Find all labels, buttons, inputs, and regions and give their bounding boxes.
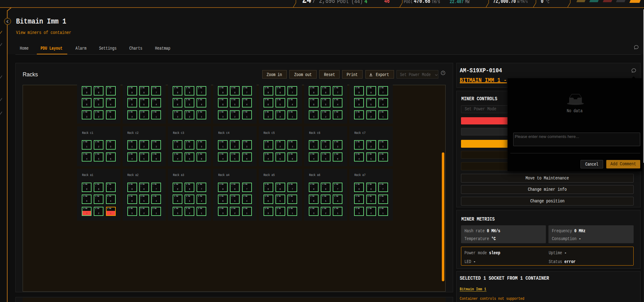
- svg-text:?: ?: [442, 72, 444, 75]
